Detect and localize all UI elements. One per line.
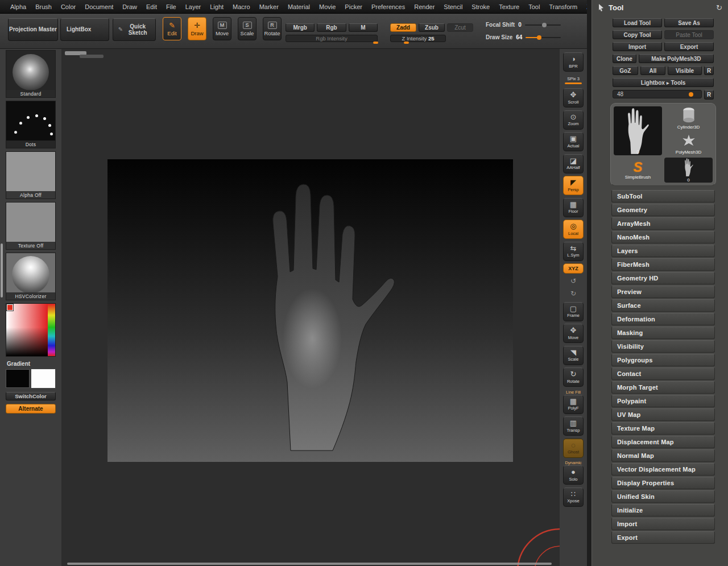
main-color-swatch[interactable] <box>6 369 30 388</box>
menubar-item[interactable]: Stencil <box>439 3 467 10</box>
scale-button[interactable]: ◥ Scale <box>563 346 584 365</box>
rotate-mode-button[interactable]: R Rotate <box>263 17 282 40</box>
aahalf-button[interactable]: ◪ AAHalf <box>563 154 584 173</box>
tool-section-header[interactable]: Deformation <box>611 313 715 325</box>
canvas-scrollbar-handle[interactable] <box>80 55 104 58</box>
transp-button[interactable]: ▥ Transp <box>563 416 584 436</box>
tool-section-header[interactable]: Polygroups <box>611 354 715 366</box>
lightbox-tools-button[interactable]: Lightbox ▸ Tools <box>613 78 714 87</box>
tool-section-header[interactable]: UV Map <box>611 408 715 421</box>
local-button[interactable]: ◎ Local <box>563 220 584 239</box>
persp-button[interactable]: ◤ Persp <box>563 176 584 195</box>
quick-sketch-button[interactable]: ✎ Quick Sketch <box>113 18 156 41</box>
menubar-item[interactable]: Tool <box>524 3 544 10</box>
secondary-color-swatch[interactable] <box>31 369 55 388</box>
hue-strip[interactable] <box>48 304 55 356</box>
alternate-button[interactable]: Alternate <box>6 404 56 414</box>
tool-section-header[interactable]: Geometry <box>611 204 715 216</box>
menubar-item[interactable]: Edit <box>142 3 162 10</box>
tool-section-header[interactable]: Initialize <box>611 504 715 517</box>
tool-section-header[interactable]: Masking <box>611 327 715 339</box>
rgb-button[interactable]: Rgb <box>317 23 346 32</box>
draw-size-slider[interactable]: Draw Size 64 <box>486 34 561 40</box>
tool-section-header[interactable]: Display Properties <box>611 477 715 489</box>
menubar-item[interactable]: Layer <box>181 3 206 10</box>
scroll-button[interactable]: ✥ Scroll <box>563 88 584 108</box>
canvas-horizontal-scrollbar[interactable] <box>67 563 552 565</box>
tool-slider[interactable]: 48 <box>613 90 702 98</box>
polyf-button[interactable]: ▦ PolyF <box>563 395 584 414</box>
tool-section-header[interactable]: Surface <box>611 299 715 312</box>
rgb-intensity-slider[interactable]: Rgb Intensity <box>286 35 378 42</box>
clone-button[interactable]: Clone <box>613 54 636 63</box>
tool-section-header[interactable]: Unified Skin <box>611 490 715 503</box>
tool-section-header[interactable]: Layers <box>611 245 715 257</box>
tool-section-header[interactable]: Import <box>611 518 715 530</box>
document-area[interactable] <box>107 159 513 462</box>
edit-mode-button[interactable]: ✎ Edit <box>163 17 181 40</box>
tool-slider-r-button[interactable]: R <box>704 90 714 100</box>
menubar-item[interactable]: Picker <box>340 3 367 10</box>
goz-visible-button[interactable]: Visible <box>668 66 702 75</box>
zsub-button[interactable]: Zsub <box>419 23 445 32</box>
current-stroke-thumbnail[interactable]: Dots <box>6 101 56 148</box>
tool-section-header[interactable]: Normal Map <box>611 449 715 462</box>
tool-section-header[interactable]: Visibility <box>611 340 715 353</box>
current-alpha-thumbnail[interactable]: Alpha Off <box>6 151 56 199</box>
rgb-intensity-nub[interactable] <box>373 42 378 44</box>
menubar-item[interactable]: Movie <box>315 3 340 10</box>
focal-shift-track[interactable] <box>525 24 561 26</box>
menubar-item[interactable]: Alpha <box>6 3 31 10</box>
menubar-item[interactable]: Marker <box>255 3 283 10</box>
menubar-item[interactable]: Brush <box>31 3 56 10</box>
goz-button[interactable]: GoZ <box>613 66 638 75</box>
tool-section-header[interactable]: Contact <box>611 367 715 380</box>
simplebrush-tool[interactable]: S SimpleBrush <box>614 157 662 183</box>
current-texture-thumbnail[interactable]: Texture Off <box>6 202 56 250</box>
floor-button[interactable]: ▦ Floor <box>563 198 584 217</box>
tool-section-header[interactable]: Export <box>611 531 715 544</box>
draw-mode-button[interactable]: ✛ Draw <box>188 17 206 40</box>
z-intensity-slider[interactable]: Z Intensity 25 <box>390 35 446 42</box>
load-tool-button[interactable]: Load Tool <box>613 18 662 27</box>
tool-section-header[interactable]: ArrayMesh <box>611 217 715 230</box>
reset-icon[interactable]: ↻ <box>716 3 722 12</box>
menubar-item[interactable]: Draw <box>118 3 142 10</box>
tool-section-header[interactable]: SubTool <box>611 190 715 203</box>
goz-r-button[interactable]: R <box>704 66 714 75</box>
gradient-label[interactable]: Gradient <box>0 359 61 369</box>
draw-size-nub[interactable] <box>537 35 541 40</box>
tool-section-header[interactable]: Polypaint <box>611 395 715 407</box>
solo-button[interactable]: ● Solo <box>563 465 584 485</box>
tool-slider-nub[interactable] <box>689 92 693 97</box>
tool-section-header[interactable]: Preview <box>611 286 715 298</box>
menubar-item[interactable]: Material <box>283 3 315 10</box>
recent-tool-thumbnail[interactable]: 0 <box>664 158 713 183</box>
menubar-item[interactable]: Macro <box>228 3 255 10</box>
current-brush-thumbnail[interactable]: Standard <box>6 50 56 98</box>
menubar-item[interactable]: File <box>162 3 181 10</box>
spin-left-button[interactable]: ↺ <box>563 276 584 287</box>
zcut-button[interactable]: Zcut <box>447 23 473 32</box>
color-picker[interactable] <box>6 303 56 357</box>
spix-button[interactable]: SPix 3 <box>563 75 584 86</box>
move-mode-button[interactable]: M Move <box>213 17 231 40</box>
copy-tool-button[interactable]: Copy Tool <box>613 30 662 39</box>
scale-mode-button[interactable]: S Scale <box>238 17 257 40</box>
active-tool-thumbnail[interactable]: 0 <box>614 106 662 155</box>
tool-section-header[interactable]: Vector Displacement Map <box>611 463 715 476</box>
menubar-item[interactable]: Stroke <box>467 3 494 10</box>
saturation-value-area[interactable] <box>6 304 48 356</box>
save-as-button[interactable]: Save As <box>664 18 714 27</box>
rotate-button[interactable]: ↻ Rotate <box>563 367 584 387</box>
menubar-item[interactable]: Preferences <box>367 3 410 10</box>
focal-shift-slider[interactable]: Focal Shift 0 <box>486 22 561 28</box>
menubar-item[interactable]: Transform <box>544 3 582 10</box>
tool-section-header[interactable]: Texture Map <box>611 422 715 435</box>
zadd-button[interactable]: Zadd <box>390 23 416 32</box>
tool-section-header[interactable]: FiberMesh <box>611 258 715 271</box>
menubar-item[interactable]: Color <box>56 3 80 10</box>
cylinder3d-tool[interactable]: Cylinder3D <box>664 106 713 130</box>
projection-master-button[interactable]: Projection Master <box>8 18 58 41</box>
actual-button[interactable]: ▣ Actual <box>563 132 584 151</box>
